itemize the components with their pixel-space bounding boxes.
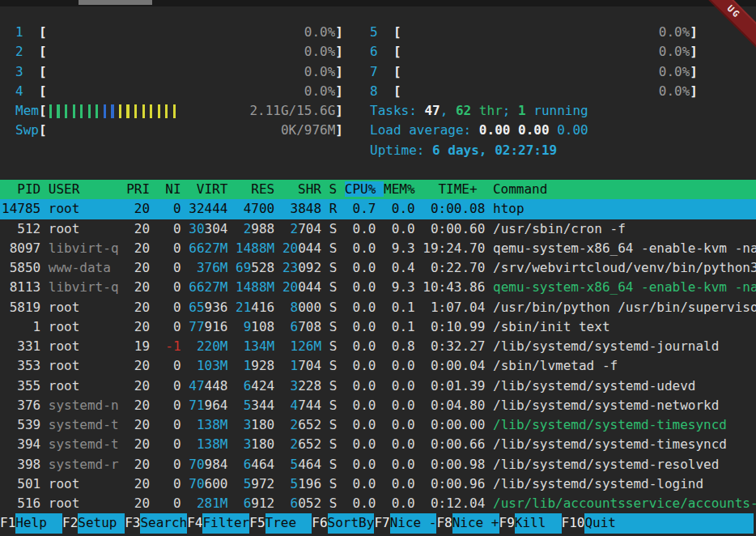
header-left-column: Swp[0K/976M] [15,121,370,140]
fn-key-f5[interactable]: F5Tree [249,513,312,534]
fn-key-f10[interactable]: F10Quit [562,513,754,534]
process-row-353[interactable]: 353 root 20 0 103M 1928 1704 S 0.0 0.0 0… [0,356,756,376]
gap [376,378,384,393]
column-header-pri[interactable]: PRI [126,181,158,197]
cell-command: /srv/webvirtcloud/venv/bin/python3 [493,260,756,275]
process-row-5819[interactable]: 5819 root 20 0 65936 21416 8000 S 0.0 0.… [0,298,756,317]
cell-mem: 0.1 [384,300,415,315]
header-left-column [15,141,370,160]
fn-key-f3[interactable]: F3Search [125,513,187,534]
cell-time: 0:01.39 [423,378,485,393]
gap [337,201,345,216]
gap [337,457,345,472]
fn-key-f2[interactable]: F2Setup [62,513,125,534]
gap [376,496,384,511]
fn-key-f7[interactable]: F7Nice - [374,513,436,534]
column-header-command[interactable]: Command [485,181,547,197]
column-header-res[interactable]: RES [236,181,282,197]
gap [415,378,423,393]
meter-open-bracket: [ [393,82,401,101]
gap [274,457,282,472]
cell-res: 108 [251,319,274,334]
fn-key-f1[interactable]: F1Help [0,513,62,534]
cell-ni: 0 [158,457,181,472]
process-row-501[interactable]: 501 root 20 0 70600 5972 5196 S 0.0 0.0 … [0,474,756,494]
process-row-376[interactable]: 376 systemd-n 20 0 71964 5344 4744 S 0.0… [0,396,756,415]
f5-key-number: F5 [249,513,265,534]
process-row-394[interactable]: 394 systemd-t 20 0 138M 3180 2652 S 0.0 … [0,435,756,454]
fn-key-f4[interactable]: F4Filter [187,513,249,534]
cell-virt-hl: 77 [189,319,204,334]
meter-open-bracket: [ [39,42,47,62]
cell-user: root [49,221,119,236]
gap [227,338,236,354]
process-row-8113[interactable]: 8113 libvirt-q 20 0 6627M 1488M 20044 S … [0,278,756,297]
cell-virt: 984 [205,457,228,472]
column-header-pid[interactable]: PID [2,181,49,197]
gap [274,398,282,413]
gap [415,398,423,413]
cell-shr: 092 [298,260,321,275]
cell-time: 10:43.86 [423,279,485,295]
process-row-1[interactable]: 1 root 20 0 77916 9108 6708 S 0.0 0.1 0:… [0,317,756,337]
gap [415,457,423,472]
fn-key-f9[interactable]: F9Kill [499,513,562,534]
gap [227,398,236,413]
process-row-512[interactable]: 512 root 20 0 30304 2988 2704 S 0.0 0.0 … [0,219,756,239]
process-row-539[interactable]: 539 systemd-t 20 0 138M 3180 2652 S 0.0 … [0,415,756,435]
column-header-ni[interactable]: NI [158,181,189,197]
tasks-summary: Tasks: 47, 62 thr; 1 running [370,101,756,121]
gap [274,221,282,236]
column-header-time[interactable]: TIME+ [423,181,485,197]
column-header-virt[interactable]: VIRT [189,181,236,197]
process-row-516[interactable]: 516 root 20 0 281M 6912 6052 S 0.0 0.0 0… [0,494,756,513]
column-header-mem[interactable]: MEM% [384,181,423,197]
cell-shr-hl: 2 [282,417,298,432]
cell-user: libvirt-q [49,240,119,256]
gap [119,398,127,413]
process-row-398[interactable]: 398 systemd-r 20 0 70984 6464 5464 S 0.0… [0,455,756,474]
meter-open-bracket: [ [393,23,401,42]
cell-shr: 744 [298,398,321,413]
gap [119,436,127,452]
gap [376,201,384,216]
gap [376,221,384,236]
cell-res-hl: 69 [236,260,251,275]
gap [274,240,282,256]
fn-key-f8[interactable]: F8Nice + [436,513,499,534]
meter-close-bracket: ] [335,82,343,101]
process-row-8097[interactable]: 8097 libvirt-q 20 0 6627M 1488M 20044 S … [0,239,756,258]
process-row-355[interactable]: 355 root 20 0 47448 6424 3228 S 0.0 0.0 … [0,376,756,396]
cell-cpu: 0.0 [345,496,376,511]
cell-shr: 704 [298,221,321,236]
f10-key-label: Quit [584,513,754,534]
load-average-segment: Load average: [370,122,479,138]
process-row-14785[interactable]: 14785 root 20 0 32444 4700 3848 R 0.7 0.… [0,199,756,219]
cell-time: 0:22.70 [423,260,485,275]
cell-command: htop [493,201,525,216]
gap [227,221,236,236]
gap [40,338,49,354]
cpu-3-meter-label: 3 [15,62,39,82]
column-header-cpu[interactable]: CPU% [345,181,384,197]
meter-bar [73,104,75,118]
column-header-state[interactable]: S [329,181,345,197]
cell-cpu: 0.0 [345,279,376,295]
cell-virt-hl: 30 [189,221,204,236]
column-header-shr[interactable]: SHR [282,181,329,197]
cell-command: /lib/systemd/systemd-timesyncd [493,436,727,452]
cell-state: S [329,260,338,275]
process-row-5850[interactable]: 5850 www-data 20 0 376M 69528 23092 S 0.… [0,258,756,278]
header-left-column: 2 [0.0%] [15,42,370,62]
fn-key-f6[interactable]: F6SortBy [312,513,374,534]
cell-mem: 0.0 [384,436,415,452]
column-header-user[interactable]: USER [49,181,126,197]
process-row-331[interactable]: 331 root 19 -1 220M 134M 126M S 0.0 0.8 … [0,337,756,356]
cell-virt-hl: 138M [189,436,227,452]
cell-ni: 0 [158,496,181,511]
cpu-6-meter-value: 0.0% [659,42,690,62]
cpu-2-meter-body: 0.0% [47,42,336,62]
cell-ni: 0 [158,476,181,491]
gap [337,319,345,334]
cell-shr-hl: 4 [282,398,298,413]
